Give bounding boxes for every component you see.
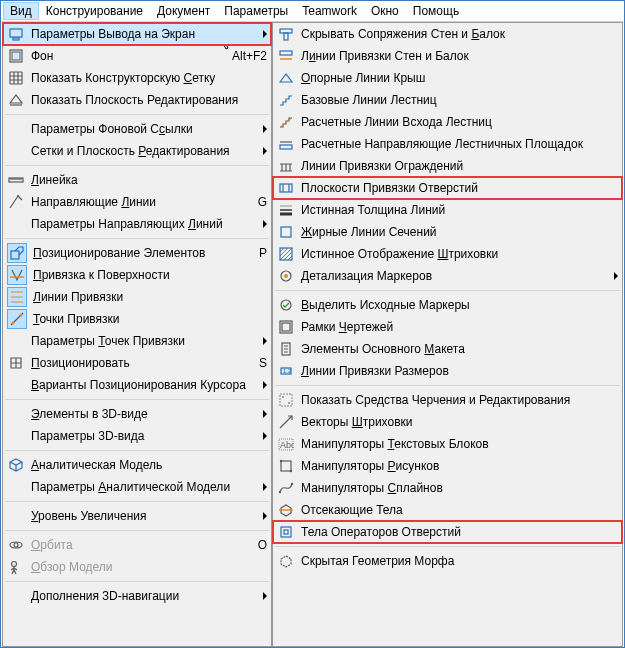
menu-item-label: Детализация Маркеров bbox=[301, 269, 610, 283]
menu-item-label: Сетки и Плоскость Редактирования bbox=[31, 144, 259, 158]
svg-point-35 bbox=[279, 491, 281, 493]
menu-item-label: Параметры Вывода на Экран bbox=[31, 27, 259, 41]
panelB-item-23[interactable]: Отсекающие Тела bbox=[273, 499, 622, 521]
position-icon bbox=[7, 243, 27, 263]
pos-grid-icon bbox=[7, 354, 25, 372]
panelB-item-15[interactable]: Элементы Основного Макета bbox=[273, 338, 622, 360]
menubar-item-3[interactable]: Параметры bbox=[217, 2, 295, 20]
panelB-item-5[interactable]: Расчетные Направляющие Лестничных Площад… bbox=[273, 133, 622, 155]
panelA-item-6[interactable]: Сетки и Плоскость Редактирования bbox=[3, 140, 271, 162]
menu-item-label: Тела Операторов Отверстий bbox=[301, 525, 618, 539]
none-icon bbox=[7, 405, 25, 423]
panelB-item-24[interactable]: Тела Операторов Отверстий bbox=[273, 521, 622, 543]
menubar-item-5[interactable]: Окно bbox=[364, 2, 406, 20]
panelB-item-19[interactable]: Векторы Штриховки bbox=[273, 411, 622, 433]
panelB-item-21[interactable]: Манипуляторы Рисунков bbox=[273, 455, 622, 477]
menubar-item-0[interactable]: Вид bbox=[3, 2, 39, 20]
panelA-item-8[interactable]: Линейка bbox=[3, 169, 271, 191]
panelA-item-18[interactable]: Варианты Позиционирования Курсора bbox=[3, 374, 271, 396]
panelA-item-21[interactable]: Параметры 3D-вида bbox=[3, 425, 271, 447]
panelB-item-3[interactable]: Базовые Линии Лестниц bbox=[273, 89, 622, 111]
menubar-item-1[interactable]: Конструирование bbox=[39, 2, 150, 20]
wall-beam-icon bbox=[277, 25, 295, 43]
master-items-icon bbox=[277, 340, 295, 358]
submenu-arrow-icon bbox=[263, 220, 267, 228]
menu-item-label: Векторы Штриховки bbox=[301, 415, 618, 429]
panelA-item-17[interactable]: ПозиционироватьS bbox=[3, 352, 271, 374]
panelB-item-11[interactable]: Детализация Маркеров bbox=[273, 265, 622, 287]
panelA-item-1[interactable]: ФонAlt+F2 bbox=[3, 45, 271, 67]
panelB-item-6[interactable]: Линии Привязки Ограждений bbox=[273, 155, 622, 177]
panelA-item-0[interactable]: Параметры Вывода на Экран bbox=[3, 23, 271, 45]
panelB-item-2[interactable]: Опорные Линии Крыш bbox=[273, 67, 622, 89]
panelB-item-13[interactable]: Выделить Исходные Маркеры bbox=[273, 294, 622, 316]
menu-panels: Параметры Вывода на ЭкранФонAlt+F2Показа… bbox=[1, 21, 624, 647]
panelA-item-24[interactable]: Параметры Аналитической Модели bbox=[3, 476, 271, 498]
panelB-item-8[interactable]: Истинная Толщина Линий bbox=[273, 199, 622, 221]
svg-point-11 bbox=[12, 562, 17, 567]
panelB-item-14[interactable]: Рамки Чертежей bbox=[273, 316, 622, 338]
morph-icon bbox=[277, 552, 295, 570]
surface-snap-icon bbox=[7, 265, 27, 285]
panelA-item-12[interactable]: Позиционирование ЭлементовP bbox=[3, 242, 271, 264]
menu-item-shortcut: P bbox=[259, 246, 267, 260]
menubar-item-4[interactable]: Teamwork bbox=[295, 2, 364, 20]
panelB-item-10[interactable]: Истинное Отображение Штриховки bbox=[273, 243, 622, 265]
menu-item-label: Орбита bbox=[31, 538, 252, 552]
menu-item-label: Рамки Чертежей bbox=[301, 320, 618, 334]
panelB-item-1[interactable]: Линии Привязки Стен и Балок bbox=[273, 45, 622, 67]
panelB-item-4[interactable]: Расчетные Линии Всхода Лестниц bbox=[273, 111, 622, 133]
panelB-item-16[interactable]: 1.2Линии Привязки Размеров bbox=[273, 360, 622, 382]
panelA-separator bbox=[5, 165, 269, 166]
panelA-item-20[interactable]: Элементы в 3D-виде bbox=[3, 403, 271, 425]
panelA-item-16[interactable]: Параметры Точек Привязки bbox=[3, 330, 271, 352]
text-handles-icon: Abc bbox=[277, 435, 295, 453]
panelB-item-26[interactable]: Скрытая Геометрия Морфа bbox=[273, 550, 622, 572]
panelA-item-15[interactable]: Точки Привязки bbox=[3, 308, 271, 330]
svg-point-36 bbox=[291, 483, 293, 485]
panelB-item-20[interactable]: AbcМанипуляторы Текстовых Блоков bbox=[273, 433, 622, 455]
panelA-item-10[interactable]: Параметры Направляющих Линий bbox=[3, 213, 271, 235]
panelB-item-18[interactable]: Показать Средства Черчения и Редактирова… bbox=[273, 389, 622, 411]
screen-output-submenu-panel: Скрывать Сопряжения Стен и БалокЛинии Пр… bbox=[272, 22, 623, 647]
menu-item-label: Расчетные Линии Всхода Лестниц bbox=[301, 115, 618, 129]
panelA-item-3[interactable]: Показать Плоскость Редактирования bbox=[3, 89, 271, 111]
menu-item-label: Привязка к Поверхности bbox=[33, 268, 267, 282]
menubar-item-2[interactable]: Документ bbox=[150, 2, 217, 20]
menu-item-label: Параметры 3D-вида bbox=[31, 429, 259, 443]
menu-item-label: Показать Конструкторскую Сетку bbox=[31, 71, 267, 85]
stair-calc-icon bbox=[277, 113, 295, 131]
none-icon bbox=[7, 142, 25, 160]
menu-item-label: Обзор Модели bbox=[31, 560, 267, 574]
panelA-item-9[interactable]: Направляющие ЛинииG bbox=[3, 191, 271, 213]
panelA-item-14[interactable]: Линии Привязки bbox=[3, 286, 271, 308]
menu-item-label: Базовые Линии Лестниц bbox=[301, 93, 618, 107]
svg-text:1.2: 1.2 bbox=[283, 368, 292, 374]
submenu-arrow-icon bbox=[263, 337, 267, 345]
menu-item-label: Параметры Фоновой Ссылки bbox=[31, 122, 259, 136]
svg-rect-38 bbox=[284, 530, 288, 534]
panelB-item-22[interactable]: Манипуляторы Сплайнов bbox=[273, 477, 622, 499]
panelA-item-31[interactable]: Дополнения 3D-навигации bbox=[3, 585, 271, 607]
menu-item-label: Манипуляторы Текстовых Блоков bbox=[301, 437, 618, 451]
svg-point-7 bbox=[12, 322, 15, 325]
svg-rect-0 bbox=[10, 29, 22, 37]
menu-item-label: Элементы в 3D-виде bbox=[31, 407, 259, 421]
panelA-item-13[interactable]: Привязка к Поверхности bbox=[3, 264, 271, 286]
panelB-item-0[interactable]: Скрывать Сопряжения Стен и Балок bbox=[273, 23, 622, 45]
hatch-vec-icon bbox=[277, 413, 295, 431]
menu-item-label: Скрытая Геометрия Морфа bbox=[301, 554, 618, 568]
svg-text:Abc: Abc bbox=[280, 440, 294, 450]
svg-rect-15 bbox=[280, 145, 292, 149]
panelA-item-23[interactable]: Аналитическая Модель bbox=[3, 454, 271, 476]
panelA-item-2[interactable]: Показать Конструкторскую Сетку bbox=[3, 67, 271, 89]
panelB-item-9[interactable]: Жирные Линии Сечений bbox=[273, 221, 622, 243]
submenu-arrow-icon bbox=[263, 432, 267, 440]
panelB-item-7[interactable]: Плоскости Привязки Отверстий bbox=[273, 177, 622, 199]
none-icon bbox=[7, 376, 25, 394]
panelA-separator bbox=[5, 114, 269, 115]
panelA-item-5[interactable]: Параметры Фоновой Ссылки bbox=[3, 118, 271, 140]
menu-item-label: Варианты Позиционирования Курсора bbox=[31, 378, 259, 392]
menubar-item-6[interactable]: Помощь bbox=[406, 2, 466, 20]
panelA-item-26[interactable]: Уровень Увеличения bbox=[3, 505, 271, 527]
